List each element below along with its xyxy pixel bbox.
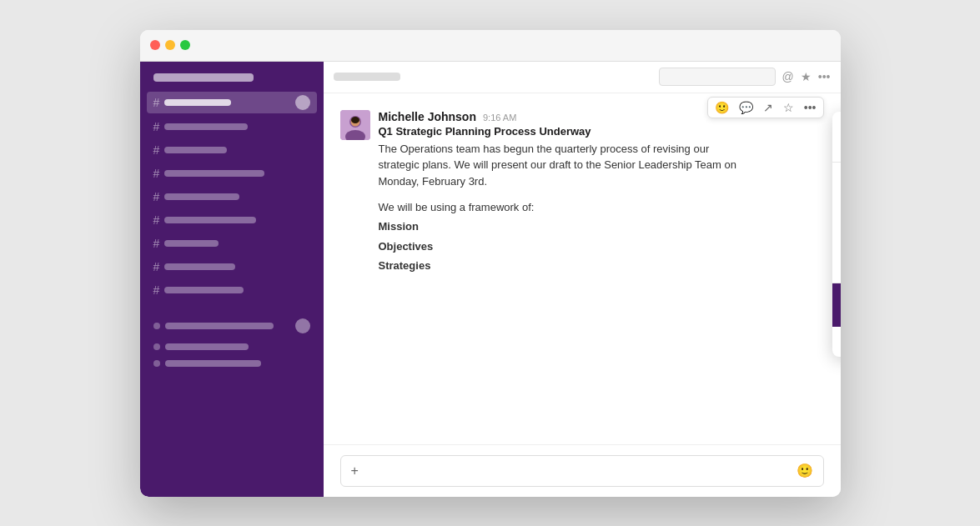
context-menu: Follow message Any replies will show up … [832,112,841,357]
message-input-box: + 🙂 [340,455,824,487]
hash-icon: # [153,237,160,250]
more-actions-item[interactable]: More message actions... [832,327,841,357]
context-menu-links-section: Copy Link Mark unread Remind me about th… [832,163,841,283]
channel-name-bar [334,73,400,81]
dm-name-label [165,323,274,329]
message-time: 9:16 AM [483,113,516,123]
sidebar-channel-item[interactable]: # [147,233,317,253]
sidebar-channel-item[interactable]: # [147,117,317,137]
avatar [340,110,370,140]
message-content: 🙂 💬 ↗ ☆ ••• Michelle Johnson 9:16 AM Q1 … [379,110,824,276]
workspace-label [153,73,254,82]
sidebar-channel-item[interactable]: # [147,210,317,230]
dm-name-label [165,360,261,367]
share-button[interactable]: ↗ [761,99,775,116]
body-line1: The Operations team has begun the quarte… [379,143,710,155]
channel-label [164,193,239,200]
more-icon[interactable]: ••• [818,70,831,83]
svg-point-4 [351,117,359,123]
list-intro: We will be using a framework of: [379,198,824,217]
bookmark-button[interactable]: ☆ [781,99,796,116]
app-window: # # # # # # [140,30,841,497]
channel-label [164,240,219,247]
pin-item[interactable]: Pin to this conversation [832,253,841,283]
remind-me-item[interactable]: Remind me about this [832,223,841,253]
maximize-button[interactable] [180,40,190,50]
minimize-button[interactable] [165,40,175,50]
emoji-reaction-button[interactable]: 🙂 [713,99,731,116]
at-icon[interactable]: @ [782,70,794,83]
channel-label [164,123,248,130]
search-box[interactable] [659,68,776,86]
message-title: Q1 Strategic Planning Process Underway [379,125,824,138]
list-item-1: Mission [379,217,824,236]
dm-name-label [165,343,249,350]
sidebar-channel-item[interactable]: # [147,187,317,207]
context-menu-follow-section: Follow message Any replies will show up … [832,112,841,163]
channel-label [164,147,227,153]
send-to-crosslead-item[interactable]: ✓ Send to CrossLead CrossLead Bot [832,283,841,327]
sidebar-channel-item[interactable]: # [147,140,317,160]
list-item-3: Strategies [379,256,824,275]
avatar-image [340,110,370,140]
more-actions-button[interactable]: ••• [802,99,818,116]
sender-name: Michelle Johnson [379,110,476,123]
channel-label [164,170,264,177]
hash-icon: # [153,260,160,273]
star-icon[interactable]: ★ [801,70,812,83]
copy-link-item[interactable]: Copy Link [832,163,841,193]
message-body: The Operations team has begun the quarte… [379,141,824,190]
channel-label [164,217,256,223]
body-line2: strategic plans. We will present our dra… [379,158,736,171]
content-area: @ ★ ••• [324,62,841,497]
sidebar-channel-item[interactable]: # [147,257,317,277]
message-list: We will be using a framework of: Mission… [379,198,824,276]
app-body: # # # # # # [140,62,841,497]
sidebar: # # # # # # [140,62,324,497]
hash-icon: # [153,143,160,157]
sidebar-dm-item[interactable] [147,340,317,353]
hash-icon: # [153,167,160,180]
hash-icon: # [153,96,160,109]
follow-message-item[interactable]: Follow message Any replies will show up … [832,112,841,162]
speech-bubble-button[interactable]: 💬 [737,99,755,116]
hash-icon: # [153,190,160,203]
dm-status-icon [153,360,160,367]
dm-status-icon [153,323,160,329]
list-item-2: Objectives [379,237,824,256]
sidebar-channel-item[interactable]: # [147,280,317,300]
emoji-picker-button[interactable]: 🙂 [797,463,813,478]
content-header: @ ★ ••• [324,62,841,93]
message-input[interactable] [365,463,790,479]
channel-label [164,287,244,293]
message-toolbar: 🙂 💬 ↗ ☆ ••• [707,97,824,118]
sidebar-dm-item[interactable] [147,357,317,370]
dm-status-icon [153,343,160,350]
message-row: 🙂 💬 ↗ ☆ ••• Michelle Johnson 9:16 AM Q1 … [340,110,824,276]
add-attachment-button[interactable]: + [351,463,359,478]
channel-label [164,263,235,270]
message-area: 🙂 💬 ↗ ☆ ••• Michelle Johnson 9:16 AM Q1 … [324,93,841,444]
body-line3: Monday, February 3rd. [379,175,488,188]
title-bar [140,30,841,62]
notification-badge [295,95,310,110]
hash-icon: # [153,283,160,297]
active-channel-label [164,99,231,106]
mark-unread-item[interactable]: Mark unread [832,193,841,223]
sidebar-active-channel[interactable]: # [147,92,317,113]
hash-icon: # [153,213,160,227]
close-button[interactable] [150,40,160,50]
traffic-lights [150,40,190,50]
sidebar-channel-item[interactable]: # [147,163,317,183]
hash-icon: # [153,120,160,133]
dm-badge [295,318,310,333]
sidebar-dm-item[interactable] [147,315,317,337]
input-area: + 🙂 [324,444,841,497]
workspace-name[interactable] [147,70,317,88]
